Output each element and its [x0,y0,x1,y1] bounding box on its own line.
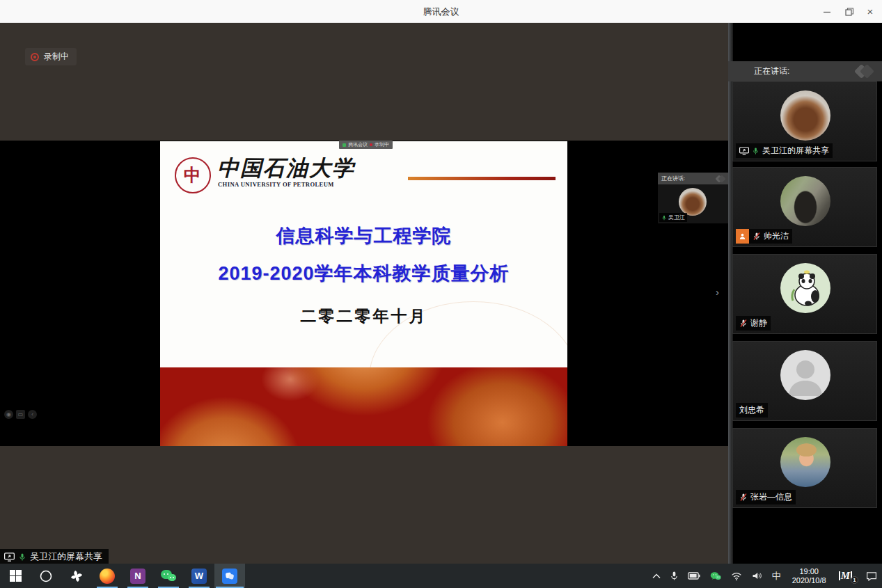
tray-battery-icon[interactable] [683,564,705,588]
comment-tool-icon[interactable]: ▭ [16,410,25,419]
meeting-logo-icon [716,176,725,182]
notification-badge: 1 [851,576,858,584]
slide-title-line2: 2019-2020学年本科教学质量分析 [160,261,567,286]
window-titlebar: 腾讯会议 × [0,0,882,23]
participant-tile[interactable]: 谢静 [732,254,877,334]
cortana-search-button[interactable] [31,564,61,588]
tray-wechat-icon[interactable] [705,564,726,588]
panda-illustration [780,263,830,313]
university-name-en: CHINA UNIVERSITY OF PETROLEUM [218,181,334,188]
chevron-right-icon[interactable]: › [716,286,719,298]
participant-tile[interactable]: 刘忠希 [732,341,877,421]
participant-tile[interactable]: 帅光洁 [732,167,877,247]
recording-badge[interactable]: 录制中 [25,48,77,65]
taskbar-clock[interactable]: 19:00 2020/10/8 [786,564,833,588]
screen-share-icon [4,553,15,562]
mic-muted-icon [753,232,761,241]
tray-speaker-icon[interactable] [747,564,767,588]
shared-screen-area: 中 中国石油大学 CHINA UNIVERSITY OF PETROLEUM 信… [0,23,728,564]
slide-divider-rule [408,177,556,180]
tray-microphone-icon[interactable] [666,564,683,588]
avatar [780,176,830,226]
firefox-taskbar-icon[interactable] [92,564,123,588]
participant-name: 帅光洁 [764,230,789,242]
tray-wifi-icon[interactable] [726,564,747,588]
avatar [780,350,830,400]
mini-speaker-name: 吴卫江 [668,214,685,221]
floatbar-app-label: 腾讯会议 [348,141,368,149]
slideshow-presenter-tools[interactable]: ◉ ▭ ‹ [4,410,37,419]
participants-sidebar: 正在讲话: 吴卫江的屏幕共享 [728,23,882,564]
prev-slide-icon[interactable]: ‹ [28,410,37,419]
university-name-cn: 中国石油大学 [217,154,355,183]
participant-name: 吴卫江的屏幕共享 [762,145,829,157]
pinwheel-app-icon[interactable] [61,564,92,588]
minimize-button[interactable] [815,0,839,23]
captured-meeting-floatbar: 腾讯会议 录制中 [339,141,393,149]
captured-speaking-panel: 正在讲话: 吴卫江 [658,173,728,223]
mic-on-icon [18,553,26,562]
slide-title-line1: 信息科学与工程学院 [160,223,567,248]
record-dot-icon [370,143,372,146]
tray-chevron-up-icon[interactable] [647,564,666,588]
meeting-logo-icon [856,66,872,77]
close-button[interactable]: × [858,0,882,23]
windows-taskbar: N W [0,564,882,588]
word-taskbar-icon[interactable]: W [184,564,214,588]
signal-icon [342,143,346,147]
screen-share-icon [739,147,749,155]
screen-share-status-label: 吴卫江的屏幕共享 [0,549,109,564]
avatar [679,188,707,216]
action-center-icon[interactable] [861,564,882,588]
person-badge-icon [736,229,749,244]
start-button[interactable] [0,564,31,588]
system-tray: 中 19:00 2020/10/8 M 1 [647,564,882,588]
mic-muted-icon [739,319,748,328]
participant-tile[interactable]: 吴卫江的屏幕共享 [732,81,877,161]
wechat-taskbar-icon[interactable] [153,564,184,588]
participant-name: 张岩—信息 [750,491,792,503]
mic-muted-icon [739,493,748,502]
mic-on-icon [661,215,667,221]
recording-dot-icon [31,53,39,61]
mini-panel-header: 正在讲话: [661,175,685,182]
floatbar-status-label: 录制中 [375,141,389,149]
presentation-slide: 中 中国石油大学 CHINA UNIVERSITY OF PETROLEUM 信… [160,141,567,446]
avatar [780,437,830,487]
speaking-header: 正在讲话: [728,61,882,81]
participant-name: 刘忠希 [739,404,764,416]
participant-tile[interactable]: 张岩—信息 [732,428,877,508]
default-avatar-silhouette [780,350,830,400]
recording-label: 录制中 [44,51,69,63]
ime-indicator[interactable]: 中 [767,564,786,588]
tencent-meeting-taskbar-icon[interactable] [214,564,245,588]
restore-button[interactable] [837,0,861,23]
m-app-tray-icon[interactable]: M 1 [833,564,861,588]
pen-tool-icon[interactable]: ◉ [4,410,13,419]
onenote-taskbar-icon[interactable]: N [123,564,153,588]
avatar [780,263,830,313]
university-seal-logo: 中 [175,157,211,193]
window-title: 腾讯会议 [0,0,882,23]
participant-name: 谢静 [750,317,767,329]
mic-on-icon [752,147,759,155]
slide-footer-swirl-graphic [160,367,567,446]
avatar [780,90,830,141]
